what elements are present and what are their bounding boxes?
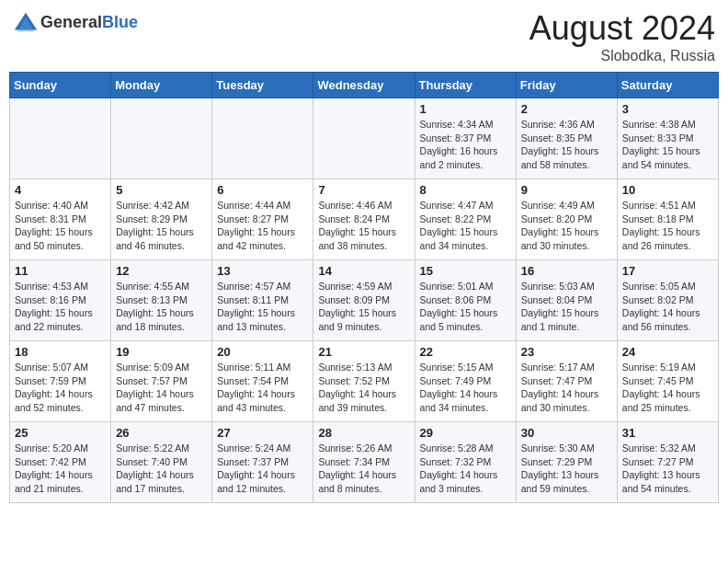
day-info: Sunrise: 4:34 AM Sunset: 8:37 PM Dayligh… [420,118,511,172]
day-number: 27 [217,426,308,440]
calendar-cell-2-0: 11Sunrise: 4:53 AM Sunset: 8:16 PM Dayli… [10,260,111,341]
day-info: Sunrise: 4:57 AM Sunset: 8:11 PM Dayligh… [217,280,308,334]
day-info: Sunrise: 5:15 AM Sunset: 7:49 PM Dayligh… [420,361,511,415]
header-friday: Friday [516,73,617,98]
calendar-cell-2-5: 16Sunrise: 5:03 AM Sunset: 8:04 PM Dayli… [516,260,617,341]
calendar-cell-4-5: 30Sunrise: 5:30 AM Sunset: 7:29 PM Dayli… [516,422,617,503]
day-number: 7 [318,183,409,197]
day-info: Sunrise: 5:28 AM Sunset: 7:32 PM Dayligh… [420,442,511,496]
logo-general: General [40,13,102,31]
day-number: 6 [217,183,308,197]
header-tuesday: Tuesday [212,73,313,98]
header-monday: Monday [111,73,212,98]
location: Slobodka, Russia [529,48,715,64]
week-row-4: 25Sunrise: 5:20 AM Sunset: 7:42 PM Dayli… [10,422,719,503]
calendar-cell-1-0: 4Sunrise: 4:40 AM Sunset: 8:31 PM Daylig… [10,179,111,260]
day-number: 23 [521,345,612,359]
calendar-cell-1-2: 6Sunrise: 4:44 AM Sunset: 8:27 PM Daylig… [212,179,313,260]
day-number: 21 [318,345,409,359]
calendar-cell-3-0: 18Sunrise: 5:07 AM Sunset: 7:59 PM Dayli… [10,341,111,422]
day-info: Sunrise: 4:53 AM Sunset: 8:16 PM Dayligh… [15,280,106,334]
day-number: 24 [622,345,713,359]
day-info: Sunrise: 4:51 AM Sunset: 8:18 PM Dayligh… [622,199,713,253]
calendar-table: Sunday Monday Tuesday Wednesday Thursday… [9,72,719,503]
day-info: Sunrise: 5:22 AM Sunset: 7:40 PM Dayligh… [116,442,207,496]
calendar-cell-0-2 [212,98,313,179]
calendar-cell-1-4: 8Sunrise: 4:47 AM Sunset: 8:22 PM Daylig… [415,179,516,260]
header-sunday: Sunday [10,73,111,98]
day-info: Sunrise: 5:11 AM Sunset: 7:54 PM Dayligh… [217,361,308,415]
day-number: 17 [622,264,713,278]
day-number: 9 [521,183,612,197]
weekday-row: Sunday Monday Tuesday Wednesday Thursday… [10,73,719,98]
day-number: 12 [116,264,207,278]
calendar-cell-4-6: 31Sunrise: 5:32 AM Sunset: 7:27 PM Dayli… [617,422,718,503]
day-info: Sunrise: 4:55 AM Sunset: 8:13 PM Dayligh… [116,280,207,334]
header-thursday: Thursday [415,73,516,98]
day-info: Sunrise: 5:03 AM Sunset: 8:04 PM Dayligh… [521,280,612,334]
week-row-1: 4Sunrise: 4:40 AM Sunset: 8:31 PM Daylig… [10,179,719,260]
week-row-3: 18Sunrise: 5:07 AM Sunset: 7:59 PM Dayli… [10,341,719,422]
calendar-cell-2-2: 13Sunrise: 4:57 AM Sunset: 8:11 PM Dayli… [212,260,313,341]
calendar-cell-1-6: 10Sunrise: 4:51 AM Sunset: 8:18 PM Dayli… [617,179,718,260]
day-info: Sunrise: 5:13 AM Sunset: 7:52 PM Dayligh… [318,361,409,415]
day-number: 22 [420,345,511,359]
day-number: 19 [116,345,207,359]
calendar-cell-0-6: 3Sunrise: 4:38 AM Sunset: 8:33 PM Daylig… [617,98,718,179]
day-number: 3 [622,102,713,116]
day-number: 16 [521,264,612,278]
calendar-cell-1-1: 5Sunrise: 4:42 AM Sunset: 8:29 PM Daylig… [111,179,212,260]
day-number: 1 [420,102,511,116]
day-number: 31 [622,426,713,440]
calendar-body: 1Sunrise: 4:34 AM Sunset: 8:37 PM Daylig… [10,98,719,503]
page-header: GeneralBlue August 2024 Slobodka, Russia [9,9,719,64]
day-info: Sunrise: 4:49 AM Sunset: 8:20 PM Dayligh… [521,199,612,253]
day-number: 26 [116,426,207,440]
calendar-cell-0-3 [313,98,415,179]
day-info: Sunrise: 4:38 AM Sunset: 8:33 PM Dayligh… [622,118,713,172]
calendar-cell-3-3: 21Sunrise: 5:13 AM Sunset: 7:52 PM Dayli… [313,341,415,422]
day-info: Sunrise: 5:32 AM Sunset: 7:27 PM Dayligh… [622,442,713,496]
day-info: Sunrise: 4:59 AM Sunset: 8:09 PM Dayligh… [318,280,409,334]
week-row-0: 1Sunrise: 4:34 AM Sunset: 8:37 PM Daylig… [10,98,719,179]
day-number: 5 [116,183,207,197]
calendar-cell-4-0: 25Sunrise: 5:20 AM Sunset: 7:42 PM Dayli… [10,422,111,503]
day-number: 30 [521,426,612,440]
calendar-cell-4-2: 27Sunrise: 5:24 AM Sunset: 7:37 PM Dayli… [212,422,313,503]
calendar-cell-0-0 [10,98,111,179]
day-info: Sunrise: 4:40 AM Sunset: 8:31 PM Dayligh… [15,199,106,253]
day-number: 25 [15,426,106,440]
day-info: Sunrise: 5:26 AM Sunset: 7:34 PM Dayligh… [318,442,409,496]
day-info: Sunrise: 4:47 AM Sunset: 8:22 PM Dayligh… [420,199,511,253]
calendar-cell-3-5: 23Sunrise: 5:17 AM Sunset: 7:47 PM Dayli… [516,341,617,422]
logo-icon [13,9,39,35]
day-number: 2 [521,102,612,116]
header-saturday: Saturday [617,73,718,98]
day-number: 15 [420,264,511,278]
calendar-cell-4-4: 29Sunrise: 5:28 AM Sunset: 7:32 PM Dayli… [415,422,516,503]
day-number: 14 [318,264,409,278]
day-info: Sunrise: 5:09 AM Sunset: 7:57 PM Dayligh… [116,361,207,415]
logo: GeneralBlue [13,9,138,35]
calendar-cell-4-1: 26Sunrise: 5:22 AM Sunset: 7:40 PM Dayli… [111,422,212,503]
calendar-cell-2-4: 15Sunrise: 5:01 AM Sunset: 8:06 PM Dayli… [415,260,516,341]
day-number: 11 [15,264,106,278]
calendar-cell-1-3: 7Sunrise: 4:46 AM Sunset: 8:24 PM Daylig… [313,179,415,260]
day-number: 8 [420,183,511,197]
day-number: 4 [15,183,106,197]
calendar-cell-0-4: 1Sunrise: 4:34 AM Sunset: 8:37 PM Daylig… [415,98,516,179]
day-info: Sunrise: 5:05 AM Sunset: 8:02 PM Dayligh… [622,280,713,334]
header-wednesday: Wednesday [313,73,415,98]
day-info: Sunrise: 5:07 AM Sunset: 7:59 PM Dayligh… [15,361,106,415]
day-info: Sunrise: 5:30 AM Sunset: 7:29 PM Dayligh… [521,442,612,496]
calendar-cell-0-5: 2Sunrise: 4:36 AM Sunset: 8:35 PM Daylig… [516,98,617,179]
calendar-cell-1-5: 9Sunrise: 4:49 AM Sunset: 8:20 PM Daylig… [516,179,617,260]
calendar-cell-3-4: 22Sunrise: 5:15 AM Sunset: 7:49 PM Dayli… [415,341,516,422]
calendar-cell-3-1: 19Sunrise: 5:09 AM Sunset: 7:57 PM Dayli… [111,341,212,422]
day-number: 10 [622,183,713,197]
day-number: 20 [217,345,308,359]
day-number: 28 [318,426,409,440]
calendar-header: Sunday Monday Tuesday Wednesday Thursday… [10,73,719,98]
calendar-cell-4-3: 28Sunrise: 5:26 AM Sunset: 7:34 PM Dayli… [313,422,415,503]
day-info: Sunrise: 5:20 AM Sunset: 7:42 PM Dayligh… [15,442,106,496]
